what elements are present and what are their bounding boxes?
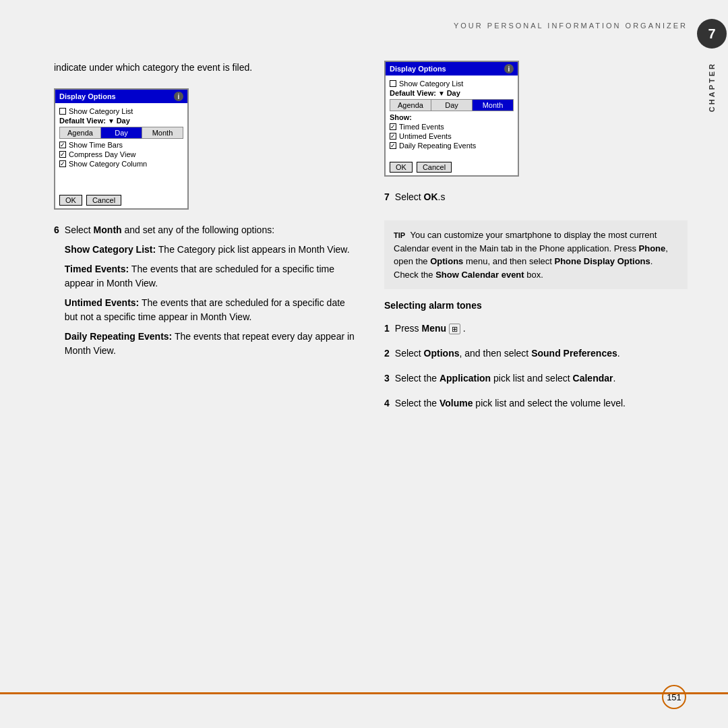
month-show-category-checkbox[interactable]	[390, 80, 396, 87]
left-column: indicate under which category the event …	[54, 61, 357, 421]
info-icon: i	[174, 92, 183, 101]
alarm-step4-text: Select the Volume pick list and select t…	[395, 396, 688, 411]
step6-timed: Timed Events: The events that are schedu…	[65, 262, 357, 291]
month-tab-day[interactable]: Day	[431, 100, 473, 111]
chapter-label: CHAPTER	[708, 62, 716, 112]
step7-number: 7	[384, 190, 390, 210]
alarm-step2-number: 2	[384, 346, 390, 366]
alarm-step3-line: 3 Select the Application pick list and s…	[384, 371, 688, 391]
step6-untimed: Untimed Events: The events that are sche…	[65, 296, 357, 324]
untimed-events-label: Untimed Events	[399, 132, 452, 140]
header-title: YOUR PERSONAL INFORMATION ORGANIZER	[454, 22, 688, 30]
dropdown-arrow-icon[interactable]: ▼	[108, 117, 117, 125]
show-time-bars-row: Show Time Bars	[59, 141, 183, 149]
month-default-view-value: Day	[447, 89, 460, 97]
menu-bold: Menu	[421, 323, 446, 334]
tip-text1: You can customize your smartphone to dis…	[394, 230, 657, 253]
month-dialog: Display Options i Show Category List Def…	[384, 61, 519, 177]
show-category-col-checkbox[interactable]	[59, 160, 66, 167]
right-column: Display Options i Show Category List Def…	[384, 61, 688, 421]
section-heading: Selecting alarm tones	[384, 300, 688, 311]
month-tab-row: Agenda Day Month	[390, 99, 514, 111]
day-dialog-buttons: OK Cancel	[55, 192, 187, 208]
two-col-layout: indicate under which category the event …	[54, 61, 688, 421]
month-dialog-body: Show Category List Default View: ▼ Day A…	[386, 75, 518, 154]
tip-text3: menu, and then select	[463, 256, 554, 266]
show-time-bars-label: Show Time Bars	[69, 141, 123, 149]
show-time-bars-checkbox[interactable]	[59, 142, 66, 148]
main-content: indicate under which category the event …	[54, 54, 688, 688]
daily-events-label: Daily Repeating Events	[399, 142, 476, 150]
intro-text: indicate under which category the event …	[54, 61, 357, 75]
month-tab-agenda[interactable]: Agenda	[390, 100, 431, 111]
tip-show-calendar-bold: Show Calendar event	[435, 270, 524, 280]
step6-content: Select Month and set any of the followin…	[65, 223, 357, 363]
month-show-category-row: Show Category List	[390, 80, 514, 88]
show-category-checkbox[interactable]	[59, 108, 66, 115]
alarm-step2-content: Select Options, and then select Sound Pr…	[395, 346, 688, 366]
tip-phone-bold: Phone	[639, 243, 666, 253]
alarm-step1-content: Press Menu ⊞ .	[395, 322, 688, 341]
compress-day-row: Compress Day View	[59, 150, 183, 158]
day-dialog-titlebar: Display Options i	[55, 90, 187, 103]
alarm-step1-number: 1	[384, 322, 390, 341]
month-info-icon: i	[504, 64, 514, 73]
month-default-view-row: Default View: ▼ Day	[390, 89, 514, 97]
step7-content: Select OK.s	[395, 190, 688, 210]
step6-number: 6	[54, 223, 59, 363]
show-category-col-row: Show Category Column	[59, 160, 183, 168]
tab-day[interactable]: Day	[101, 127, 142, 138]
show-label: Show:	[390, 113, 514, 121]
alarm-step3-text: Select the Application pick list and sel…	[395, 371, 688, 386]
day-dialog-title: Display Options	[59, 92, 116, 100]
month-ok-button[interactable]: OK	[390, 162, 413, 173]
day-cancel-button[interactable]: Cancel	[86, 195, 121, 206]
tip-box: TIP You can customize your smartphone to…	[384, 220, 688, 289]
month-tab-month[interactable]: Month	[473, 100, 513, 111]
compress-day-label: Compress Day View	[69, 150, 135, 158]
day-ok-button[interactable]: OK	[59, 195, 82, 206]
month-dialog-titlebar: Display Options i	[386, 62, 518, 75]
alarm-step4-content: Select the Volume pick list and select t…	[395, 396, 688, 416]
bottom-line	[0, 692, 728, 694]
page-header: YOUR PERSONAL INFORMATION ORGANIZER	[54, 22, 688, 30]
untimed-events-checkbox[interactable]	[390, 133, 396, 140]
tab-agenda[interactable]: Agenda	[60, 127, 101, 138]
alarm-step2-text: Select Options, and then select Sound Pr…	[395, 346, 688, 361]
volume-bold: Volume	[439, 398, 473, 408]
step6-daily: Daily Repeating Events: The events that …	[65, 330, 357, 358]
month-cancel-button[interactable]: Cancel	[417, 162, 452, 173]
daily-events-checkbox[interactable]	[390, 142, 396, 149]
daily-events-row: Daily Repeating Events	[390, 142, 514, 150]
show-category-col-label: Show Category Column	[69, 160, 147, 168]
month-dropdown-arrow-icon[interactable]: ▼	[438, 90, 447, 97]
untimed-events-row: Untimed Events	[390, 132, 514, 140]
tip-options-bold: Options	[430, 256, 463, 266]
application-bold: Application	[439, 373, 491, 384]
month-dialog-buttons: OK Cancel	[386, 159, 518, 175]
alarm-step1-line: 1 Press Menu ⊞ .	[384, 322, 688, 341]
alarm-step4-number: 4	[384, 396, 390, 416]
options-bold: Options	[424, 348, 460, 359]
day-tab-row: Agenda Day Month	[59, 127, 183, 139]
timed-events-checkbox[interactable]	[390, 123, 396, 130]
step6-intro: Select Month and set any of the followin…	[65, 223, 357, 237]
timed-events-row: Timed Events	[390, 123, 514, 131]
day-dialog-body: Show Category List Default View: ▼ Day A…	[55, 103, 187, 172]
compress-day-checkbox[interactable]	[59, 151, 66, 158]
show-category-row: Show Category List	[59, 107, 183, 115]
chapter-tab: 7 CHAPTER	[696, 0, 728, 728]
alarm-step2-line: 2 Select Options, and then select Sound …	[384, 346, 688, 366]
tab-month[interactable]: Month	[142, 127, 183, 138]
timed-events-label: Timed Events	[399, 123, 444, 131]
default-view-value: Day	[117, 117, 130, 125]
month-dialog-title: Display Options	[390, 65, 446, 73]
alarm-step3-content: Select the Application pick list and sel…	[395, 371, 688, 391]
menu-icon: ⊞	[449, 324, 460, 334]
alarm-step3-number: 3	[384, 371, 390, 391]
alarm-step1-text: Press Menu ⊞ .	[395, 322, 688, 336]
month-show-category-label: Show Category List	[399, 80, 463, 88]
default-view-label: Default View:	[59, 117, 106, 125]
tip-label: TIP	[394, 231, 405, 239]
step7-ok-bold: OK	[424, 191, 438, 202]
